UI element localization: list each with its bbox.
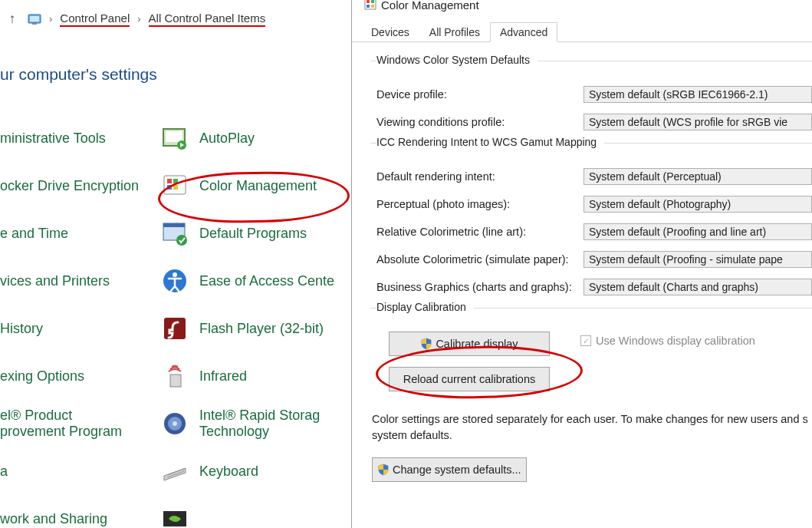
control-panel-window: ↑ › Control Panel › All Control Panel It… (0, 0, 351, 528)
tab-all-profiles[interactable]: All Profiles (419, 22, 490, 41)
svg-rect-8 (167, 179, 172, 183)
page-title: ur computer's settings (0, 65, 351, 84)
cp-item-network-sharing[interactable]: work and Sharing (0, 511, 161, 527)
svg-rect-17 (164, 318, 186, 339)
cp-item-indexing-options[interactable]: exing Options (0, 368, 161, 384)
breadcrumb-all-items[interactable]: All Control Panel Items (149, 12, 266, 27)
svg-rect-2 (32, 23, 37, 25)
perceptual-label: Perceptual (photo images): (376, 198, 584, 210)
cp-item-ease-of-access[interactable]: Ease of Access Cente (161, 267, 351, 295)
cp-item-bitlocker[interactable]: ocker Drive Encryption (0, 178, 161, 194)
cp-item-intel-product-improvement[interactable]: el® Product provement Program (0, 408, 161, 440)
svg-rect-9 (173, 179, 178, 183)
device-profile-select[interactable]: System default (sRGB IEC61966-2.1) (584, 86, 812, 103)
business-graphics-select[interactable]: System default (Charts and graphs) (584, 279, 812, 295)
tab-advanced[interactable]: Advanced (490, 22, 557, 42)
default-rendering-intent-label: Default rendering intent: (376, 170, 584, 183)
cp-item-flash-player[interactable]: Flash Player (32-bit) (161, 315, 351, 342)
use-windows-calibration-checkbox[interactable]: ✓ Use Windows display calibration (580, 335, 755, 347)
svg-rect-28 (367, 5, 370, 8)
up-arrow-icon[interactable]: ↑ (5, 11, 20, 27)
advanced-tab-panel: Windows Color System Defaults Device pro… (352, 41, 812, 490)
absolute-colorimetric-select[interactable]: System default (Proofing - simulate pape (584, 251, 812, 268)
group-windows-color-system-defaults: Windows Color System Defaults Device pro… (370, 61, 812, 130)
color-management-icon (364, 0, 376, 12)
svg-rect-1 (30, 16, 39, 21)
dialog-titlebar: Color Management (352, 0, 812, 14)
group-icc-rendering-intent: ICC Rendering Intent to WCS Gamut Mappin… (370, 143, 812, 295)
svg-point-14 (176, 235, 187, 246)
cp-item-infrared[interactable]: Infrared (161, 362, 351, 390)
svg-rect-18 (170, 375, 181, 387)
autoplay-icon (161, 124, 189, 152)
svg-rect-10 (167, 185, 172, 190)
info-text: Color settings are stored separately for… (372, 411, 812, 444)
control-panel-items-grid: ministrative Tools AutoPlay ocker Drive … (0, 114, 351, 528)
cp-item-devices-printers[interactable]: vices and Printers (0, 273, 161, 289)
group-title: Display Calibration (376, 301, 474, 313)
perceptual-select[interactable]: System default (Photography) (584, 196, 812, 213)
intel-storage-icon (161, 410, 189, 437)
calibrate-display-button[interactable]: Calibrate display (389, 332, 550, 356)
cp-item-administrative-tools[interactable]: ministrative Tools (0, 130, 161, 147)
reload-calibrations-button[interactable]: Reload current calibrations (389, 367, 550, 391)
tab-strip: Devices All Profiles Advanced (361, 21, 812, 41)
checkbox-icon: ✓ (580, 335, 591, 346)
cp-item-intel-rapid-storage[interactable]: Intel® Rapid Storag Technology (161, 408, 351, 440)
svg-rect-11 (173, 185, 178, 190)
breadcrumb-control-panel[interactable]: Control Panel (60, 12, 130, 27)
svg-rect-29 (371, 5, 374, 8)
chevron-right-icon: › (49, 13, 52, 25)
group-title: ICC Rendering Intent to WCS Gamut Mappin… (376, 136, 604, 148)
svg-rect-4 (166, 131, 182, 142)
default-rendering-intent-select[interactable]: System default (Perceptual) (584, 168, 812, 185)
default-programs-icon (161, 219, 189, 247)
change-system-defaults-button[interactable]: Change system defaults... (372, 457, 527, 482)
viewing-conditions-label: Viewing conditions profile: (376, 116, 584, 128)
svg-rect-26 (367, 0, 370, 3)
relative-colorimetric-label: Relative Colorimetric (line art): (376, 226, 584, 238)
cp-item-color-management[interactable]: Color Management (161, 172, 351, 200)
keyboard-icon (161, 457, 189, 485)
flash-player-icon (161, 315, 189, 342)
uac-shield-icon (420, 338, 432, 350)
cp-item-java[interactable]: a (0, 464, 161, 480)
dialog-title-text: Color Management (381, 0, 479, 12)
ease-of-access-icon (161, 267, 189, 295)
business-graphics-label: Business Graphics (charts and graphs): (376, 281, 584, 293)
absolute-colorimetric-label: Absolute Colorimetric (simulate paper): (376, 253, 584, 266)
tab-devices[interactable]: Devices (361, 22, 419, 41)
cp-item-default-programs[interactable]: Default Programs (161, 219, 351, 247)
cp-item-nvidia[interactable] (161, 505, 351, 528)
control-panel-icon[interactable] (28, 12, 41, 26)
viewing-conditions-select[interactable]: System default (WCS profile for sRGB vie (584, 114, 812, 130)
svg-point-21 (173, 421, 177, 426)
device-profile-label: Device profile: (376, 88, 584, 101)
cp-item-date-time[interactable]: e and Time (0, 226, 161, 242)
cp-item-autoplay[interactable]: AutoPlay (161, 124, 351, 152)
cp-item-keyboard[interactable]: Keyboard (161, 457, 351, 485)
cp-item-file-history[interactable]: History (0, 321, 161, 337)
relative-colorimetric-select[interactable]: System default (Proofing and line art) (584, 223, 812, 240)
svg-point-16 (173, 272, 177, 277)
uac-shield-icon (377, 464, 390, 476)
svg-rect-13 (163, 223, 185, 227)
breadcrumb: ↑ › Control Panel › All Control Panel It… (0, 0, 351, 35)
chevron-right-icon: › (137, 13, 140, 25)
infrared-icon (161, 362, 189, 390)
color-management-icon (161, 172, 189, 200)
group-display-calibration: Display Calibration Calibrate display Re… (370, 308, 812, 399)
svg-rect-27 (371, 0, 374, 3)
nvidia-icon (161, 505, 189, 528)
color-management-dialog: Color Management Devices All Profiles Ad… (351, 0, 812, 528)
group-title: Windows Color System Defaults (376, 54, 537, 66)
